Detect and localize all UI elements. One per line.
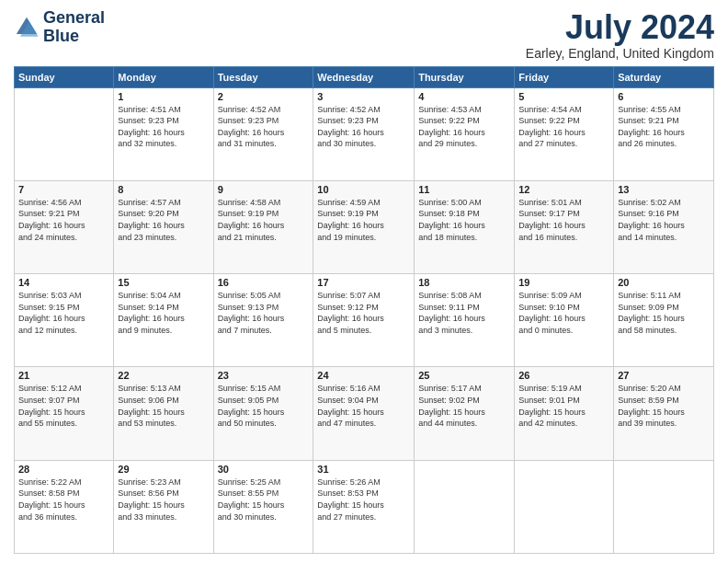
day-info: Sunrise: 5:05 AM Sunset: 9:13 PM Dayligh…: [218, 290, 310, 336]
day-number: 22: [118, 370, 209, 381]
day-number: 19: [518, 277, 609, 288]
day-number: 24: [317, 370, 410, 381]
day-info: Sunrise: 4:51 AM Sunset: 9:23 PM Dayligh…: [118, 104, 209, 150]
day-number: 6: [618, 91, 710, 102]
logo: General Blue: [14, 9, 105, 46]
day-info: Sunrise: 5:16 AM Sunset: 9:04 PM Dayligh…: [317, 383, 410, 429]
day-cell: 10Sunrise: 4:59 AM Sunset: 9:19 PM Dayli…: [313, 180, 415, 273]
day-cell: 12Sunrise: 5:01 AM Sunset: 9:17 PM Dayli…: [515, 180, 614, 273]
day-cell: 18Sunrise: 5:08 AM Sunset: 9:11 PM Dayli…: [415, 274, 515, 367]
day-number: 18: [418, 277, 510, 288]
day-info: Sunrise: 4:58 AM Sunset: 9:19 PM Dayligh…: [218, 197, 310, 243]
day-cell: 1Sunrise: 4:51 AM Sunset: 9:23 PM Daylig…: [114, 87, 213, 180]
day-number: 28: [18, 464, 109, 475]
day-info: Sunrise: 5:17 AM Sunset: 9:02 PM Dayligh…: [418, 383, 510, 429]
day-cell: 8Sunrise: 4:57 AM Sunset: 9:20 PM Daylig…: [114, 180, 213, 273]
day-number: 29: [118, 464, 209, 475]
day-info: Sunrise: 5:22 AM Sunset: 8:58 PM Dayligh…: [18, 477, 109, 523]
day-number: 13: [618, 184, 710, 195]
day-cell: [515, 460, 614, 553]
day-cell: 3Sunrise: 4:52 AM Sunset: 9:23 PM Daylig…: [313, 87, 415, 180]
day-info: Sunrise: 5:03 AM Sunset: 9:15 PM Dayligh…: [18, 290, 109, 336]
day-number: 8: [118, 184, 209, 195]
weekday-header-saturday: Saturday: [614, 66, 714, 87]
day-number: 21: [18, 370, 109, 381]
day-cell: 23Sunrise: 5:15 AM Sunset: 9:05 PM Dayli…: [213, 367, 313, 460]
day-info: Sunrise: 5:20 AM Sunset: 8:59 PM Dayligh…: [618, 383, 710, 429]
day-cell: 28Sunrise: 5:22 AM Sunset: 8:58 PM Dayli…: [15, 460, 114, 553]
location: Earley, England, United Kingdom: [526, 46, 714, 61]
week-row-3: 14Sunrise: 5:03 AM Sunset: 9:15 PM Dayli…: [15, 274, 714, 367]
day-info: Sunrise: 5:02 AM Sunset: 9:16 PM Dayligh…: [618, 197, 710, 243]
title-block: July 2024 Earley, England, United Kingdo…: [526, 9, 714, 61]
day-cell: 11Sunrise: 5:00 AM Sunset: 9:18 PM Dayli…: [415, 180, 515, 273]
day-cell: 16Sunrise: 5:05 AM Sunset: 9:13 PM Dayli…: [213, 274, 313, 367]
day-info: Sunrise: 5:09 AM Sunset: 9:10 PM Dayligh…: [518, 290, 609, 336]
day-info: Sunrise: 5:04 AM Sunset: 9:14 PM Dayligh…: [118, 290, 209, 336]
weekday-header-monday: Monday: [114, 66, 213, 87]
day-info: Sunrise: 5:26 AM Sunset: 8:53 PM Dayligh…: [317, 477, 410, 523]
week-row-2: 7Sunrise: 4:56 AM Sunset: 9:21 PM Daylig…: [15, 180, 714, 273]
day-cell: 22Sunrise: 5:13 AM Sunset: 9:06 PM Dayli…: [114, 367, 213, 460]
day-info: Sunrise: 4:55 AM Sunset: 9:21 PM Dayligh…: [618, 104, 710, 150]
day-info: Sunrise: 4:57 AM Sunset: 9:20 PM Dayligh…: [118, 197, 209, 243]
day-info: Sunrise: 4:52 AM Sunset: 9:23 PM Dayligh…: [218, 104, 310, 150]
day-number: 11: [418, 184, 510, 195]
day-info: Sunrise: 4:53 AM Sunset: 9:22 PM Dayligh…: [418, 104, 510, 150]
weekday-header-sunday: Sunday: [15, 66, 114, 87]
week-row-1: 1Sunrise: 4:51 AM Sunset: 9:23 PM Daylig…: [15, 87, 714, 180]
day-info: Sunrise: 5:00 AM Sunset: 9:18 PM Dayligh…: [418, 197, 510, 243]
day-cell: 29Sunrise: 5:23 AM Sunset: 8:56 PM Dayli…: [114, 460, 213, 553]
day-number: 10: [317, 184, 410, 195]
day-cell: 4Sunrise: 4:53 AM Sunset: 9:22 PM Daylig…: [415, 87, 515, 180]
day-cell: 25Sunrise: 5:17 AM Sunset: 9:02 PM Dayli…: [415, 367, 515, 460]
day-cell: 17Sunrise: 5:07 AM Sunset: 9:12 PM Dayli…: [313, 274, 415, 367]
day-number: 30: [218, 464, 310, 475]
day-info: Sunrise: 5:25 AM Sunset: 8:55 PM Dayligh…: [218, 477, 310, 523]
day-number: 16: [218, 277, 310, 288]
page: General Blue July 2024 Earley, England, …: [0, 0, 728, 563]
day-info: Sunrise: 5:08 AM Sunset: 9:11 PM Dayligh…: [418, 290, 510, 336]
weekday-header-thursday: Thursday: [415, 66, 515, 87]
week-row-5: 28Sunrise: 5:22 AM Sunset: 8:58 PM Dayli…: [15, 460, 714, 553]
day-number: 14: [18, 277, 109, 288]
day-number: 1: [118, 91, 209, 102]
weekday-header-row: SundayMondayTuesdayWednesdayThursdayFrid…: [15, 66, 714, 87]
day-number: 26: [518, 370, 609, 381]
day-cell: [614, 460, 714, 553]
day-info: Sunrise: 4:52 AM Sunset: 9:23 PM Dayligh…: [317, 104, 410, 150]
day-number: 23: [218, 370, 310, 381]
day-cell: 19Sunrise: 5:09 AM Sunset: 9:10 PM Dayli…: [515, 274, 614, 367]
week-row-4: 21Sunrise: 5:12 AM Sunset: 9:07 PM Dayli…: [15, 367, 714, 460]
weekday-header-tuesday: Tuesday: [213, 66, 313, 87]
day-cell: 15Sunrise: 5:04 AM Sunset: 9:14 PM Dayli…: [114, 274, 213, 367]
day-number: 7: [18, 184, 109, 195]
day-number: 31: [317, 464, 410, 475]
day-cell: 30Sunrise: 5:25 AM Sunset: 8:55 PM Dayli…: [213, 460, 313, 553]
logo-icon: [14, 15, 40, 40]
day-number: 3: [317, 91, 410, 102]
day-cell: 21Sunrise: 5:12 AM Sunset: 9:07 PM Dayli…: [15, 367, 114, 460]
day-cell: 2Sunrise: 4:52 AM Sunset: 9:23 PM Daylig…: [213, 87, 313, 180]
day-number: 27: [618, 370, 710, 381]
day-number: 17: [317, 277, 410, 288]
day-cell: 24Sunrise: 5:16 AM Sunset: 9:04 PM Dayli…: [313, 367, 415, 460]
day-info: Sunrise: 5:12 AM Sunset: 9:07 PM Dayligh…: [18, 383, 109, 429]
day-info: Sunrise: 4:59 AM Sunset: 9:19 PM Dayligh…: [317, 197, 410, 243]
day-info: Sunrise: 5:11 AM Sunset: 9:09 PM Dayligh…: [618, 290, 710, 336]
day-cell: 6Sunrise: 4:55 AM Sunset: 9:21 PM Daylig…: [614, 87, 714, 180]
day-number: 20: [618, 277, 710, 288]
weekday-header-wednesday: Wednesday: [313, 66, 415, 87]
day-cell: 5Sunrise: 4:54 AM Sunset: 9:22 PM Daylig…: [515, 87, 614, 180]
day-info: Sunrise: 4:56 AM Sunset: 9:21 PM Dayligh…: [18, 197, 109, 243]
day-number: 25: [418, 370, 510, 381]
day-cell: 31Sunrise: 5:26 AM Sunset: 8:53 PM Dayli…: [313, 460, 415, 553]
weekday-header-friday: Friday: [515, 66, 614, 87]
day-cell: 20Sunrise: 5:11 AM Sunset: 9:09 PM Dayli…: [614, 274, 714, 367]
logo-text: General Blue: [43, 9, 105, 46]
day-info: Sunrise: 5:23 AM Sunset: 8:56 PM Dayligh…: [118, 477, 209, 523]
day-number: 5: [518, 91, 609, 102]
day-info: Sunrise: 5:15 AM Sunset: 9:05 PM Dayligh…: [218, 383, 310, 429]
day-number: 4: [418, 91, 510, 102]
day-cell: 9Sunrise: 4:58 AM Sunset: 9:19 PM Daylig…: [213, 180, 313, 273]
